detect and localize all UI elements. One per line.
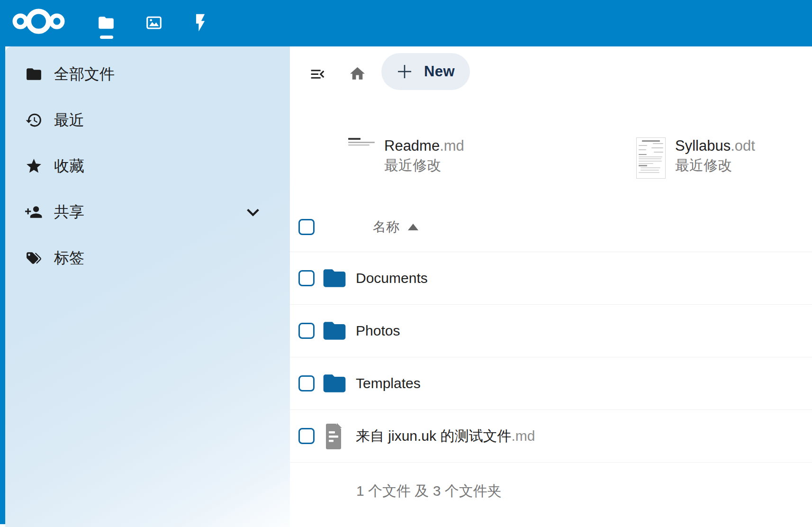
recommended-file-reason: 最近修改 — [384, 156, 464, 174]
sidebar-item-recent[interactable]: 最近 — [5, 97, 290, 143]
sort-by-name-header[interactable]: 名称 — [373, 218, 418, 236]
file-name[interactable]: Documents — [356, 270, 428, 286]
row-checkbox[interactable] — [298, 323, 315, 339]
sidebar-item-tags[interactable]: 标签 — [5, 235, 290, 281]
file-row-test-file[interactable]: 来自 jixun.uk 的测试文件.md — [290, 410, 812, 463]
app-photos-button[interactable] — [144, 12, 164, 33]
file-count-summary: 1 个文件 及 3 个文件夹 — [356, 482, 502, 501]
chevron-down-icon — [246, 207, 260, 218]
name-column-label: 名称 — [373, 218, 399, 236]
app-activity-button[interactable] — [190, 12, 211, 33]
recommended-file-readme[interactable]: Readme.md 最近修改 — [344, 136, 464, 174]
collapse-sidebar-button[interactable] — [307, 64, 328, 84]
recommended-file-syllabus[interactable]: Syllabus.odt 最近修改 — [636, 136, 755, 179]
home-icon — [349, 65, 366, 82]
breadcrumb-home-button[interactable] — [347, 63, 368, 84]
nextcloud-files-page: 全部文件 最近 共享 收藏 共享 — [0, 0, 812, 527]
new-button-label: New — [424, 63, 455, 80]
tag-multiple-icon — [25, 249, 43, 267]
files-main-content: New Readme.md 最近修改 — [290, 46, 812, 527]
select-all-checkbox[interactable] — [298, 219, 315, 235]
sidebar-item-shares[interactable]: 共享 — [5, 189, 290, 235]
files-sidebar: 全部文件 最近 共享 收藏 共享 — [5, 46, 290, 527]
folder-icon — [321, 318, 348, 344]
folder-icon — [97, 14, 115, 32]
sidebar-item-all-files[interactable]: 全部文件 — [5, 51, 290, 97]
active-app-indicator — [100, 36, 113, 39]
sidebar-item-label: 收藏 — [54, 156, 84, 177]
sidebar-item-label: 标签 — [54, 248, 84, 269]
recommended-file-name: Syllabus.odt — [675, 136, 755, 155]
sort-ascending-icon — [408, 224, 418, 230]
text-file-icon — [325, 423, 343, 449]
markdown-preview-thumbnail — [344, 136, 375, 168]
nextcloud-logo[interactable] — [12, 9, 65, 34]
folder-icon — [321, 265, 348, 291]
file-name[interactable]: 来自 jixun.uk 的测试文件.md — [356, 427, 535, 446]
menu-open-icon — [309, 65, 326, 83]
file-list-header: 名称 — [290, 209, 812, 245]
app-files-button[interactable] — [96, 12, 117, 33]
file-name[interactable]: Templates — [356, 375, 421, 391]
row-checkbox[interactable] — [298, 375, 315, 391]
sidebar-item-label: 共享 — [54, 202, 84, 223]
recommended-file-name: Readme.md — [384, 136, 464, 155]
account-plus-icon — [25, 203, 43, 221]
top-header — [0, 0, 812, 46]
file-name[interactable]: Photos — [356, 323, 400, 339]
row-checkbox[interactable] — [298, 270, 315, 286]
expand-shares-button[interactable] — [246, 207, 260, 218]
file-list: Documents Photos Templates — [290, 252, 812, 463]
history-icon — [25, 111, 43, 129]
folder-icon — [25, 65, 43, 83]
lightning-icon — [194, 13, 207, 32]
new-button[interactable]: New — [381, 53, 470, 90]
row-checkbox[interactable] — [298, 428, 315, 444]
folder-icon — [321, 370, 348, 397]
file-row-templates[interactable]: Templates — [290, 357, 812, 410]
plus-icon — [397, 64, 413, 80]
file-row-photos[interactable]: Photos — [290, 305, 812, 357]
document-preview-thumbnail — [636, 137, 666, 179]
image-icon — [145, 14, 163, 32]
sidebar-item-favorites[interactable]: 共享 收藏 — [5, 143, 290, 189]
sidebar-item-label: 全部文件 — [54, 64, 115, 85]
sidebar-item-label: 最近 — [54, 110, 84, 131]
file-row-documents[interactable]: Documents — [290, 252, 812, 305]
recommended-file-reason: 最近修改 — [675, 156, 755, 174]
left-edge-accent — [0, 46, 5, 524]
star-icon — [25, 157, 43, 175]
